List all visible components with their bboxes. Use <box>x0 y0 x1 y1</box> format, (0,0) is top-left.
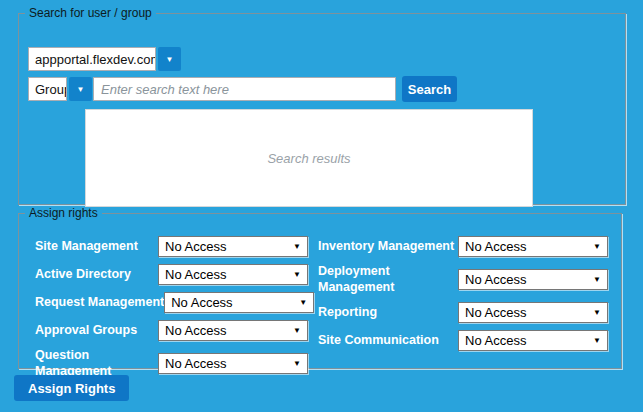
site-communication-label: Site Communication <box>318 333 458 349</box>
approval-groups-label: Approval Groups <box>35 323 158 339</box>
assign-row-active-directory: Active Directory No Access ▼ <box>35 264 308 285</box>
chevron-down-icon: ▼ <box>593 242 601 251</box>
active-directory-select-value: No Access <box>165 267 226 282</box>
search-results-panel[interactable]: Search results <box>85 109 533 207</box>
deployment-management-select[interactable]: No Access ▼ <box>458 269 608 290</box>
approval-groups-select-value: No Access <box>165 323 226 338</box>
assign-row-inventory-management: Inventory Management No Access ▼ <box>318 236 608 257</box>
assign-row-request-management: Request Management No Access ▼ <box>35 292 308 313</box>
search-results-placeholder: Search results <box>267 151 350 166</box>
reporting-label: Reporting <box>318 305 458 321</box>
domain-combo-value: appportal.flexdev.com <box>35 52 156 67</box>
assign-rights-group-box: Assign rights Site Management No Access … <box>18 206 622 369</box>
request-management-select-value: No Access <box>171 295 232 310</box>
chevron-down-icon: ▼ <box>293 242 301 251</box>
chevron-down-icon: ▼ <box>293 326 301 335</box>
search-type-combo-value: Group <box>35 82 67 97</box>
site-management-label: Site Management <box>35 239 158 255</box>
site-communication-select-value: No Access <box>465 333 526 348</box>
question-management-select-value: No Access <box>165 356 226 371</box>
reporting-select-value: No Access <box>465 305 526 320</box>
assign-row-site-management: Site Management No Access ▼ <box>35 236 308 257</box>
assign-row-deployment-management: Deployment Management No Access ▼ <box>318 264 608 295</box>
domain-combo-dropdown-button[interactable]: ▼ <box>158 47 181 71</box>
chevron-down-icon: ▼ <box>593 275 601 284</box>
inventory-management-select[interactable]: No Access ▼ <box>458 236 608 257</box>
assign-row-site-communication: Site Communication No Access ▼ <box>318 330 608 351</box>
site-communication-select[interactable]: No Access ▼ <box>458 330 608 351</box>
request-management-label: Request Management <box>35 295 164 311</box>
active-directory-select[interactable]: No Access ▼ <box>158 264 308 285</box>
assign-rights-left-column: Site Management No Access ▼ Active Direc… <box>35 236 308 379</box>
chevron-down-icon: ▼ <box>166 55 174 64</box>
reporting-select[interactable]: No Access ▼ <box>458 302 608 323</box>
assign-row-reporting: Reporting No Access ▼ <box>318 302 608 323</box>
assign-rights-button[interactable]: Assign Rights <box>14 375 129 401</box>
domain-combo[interactable]: appportal.flexdev.com <box>28 47 156 71</box>
assign-rights-right-column: Inventory Management No Access ▼ Deploym… <box>318 236 608 351</box>
assign-group-title: Assign rights <box>25 206 102 220</box>
chevron-down-icon: ▼ <box>593 308 601 317</box>
assign-row-approval-groups: Approval Groups No Access ▼ <box>35 320 308 341</box>
inventory-management-label: Inventory Management <box>318 239 458 255</box>
deployment-management-select-value: No Access <box>465 272 526 287</box>
approval-groups-select[interactable]: No Access ▼ <box>158 320 308 341</box>
inventory-management-select-value: No Access <box>465 239 526 254</box>
search-group-box: Search for user / group appportal.flexde… <box>18 6 626 205</box>
chevron-down-icon: ▼ <box>77 85 85 94</box>
search-type-combo[interactable]: Group <box>28 77 67 101</box>
chevron-down-icon: ▼ <box>299 298 307 307</box>
active-directory-label: Active Directory <box>35 267 158 283</box>
chevron-down-icon: ▼ <box>293 270 301 279</box>
assign-rights-form: { "colors": { "background": "#29A3DC", "… <box>0 0 643 412</box>
chevron-down-icon: ▼ <box>293 359 301 368</box>
request-management-select[interactable]: No Access ▼ <box>164 292 314 313</box>
search-input[interactable] <box>93 77 396 101</box>
question-management-select[interactable]: No Access ▼ <box>158 353 308 374</box>
site-management-select[interactable]: No Access ▼ <box>158 236 308 257</box>
search-type-dropdown-button[interactable]: ▼ <box>69 77 92 101</box>
site-management-select-value: No Access <box>165 239 226 254</box>
deployment-management-label: Deployment Management <box>318 264 458 295</box>
search-button[interactable]: Search <box>402 76 457 102</box>
chevron-down-icon: ▼ <box>593 336 601 345</box>
search-group-title: Search for user / group <box>25 6 156 20</box>
